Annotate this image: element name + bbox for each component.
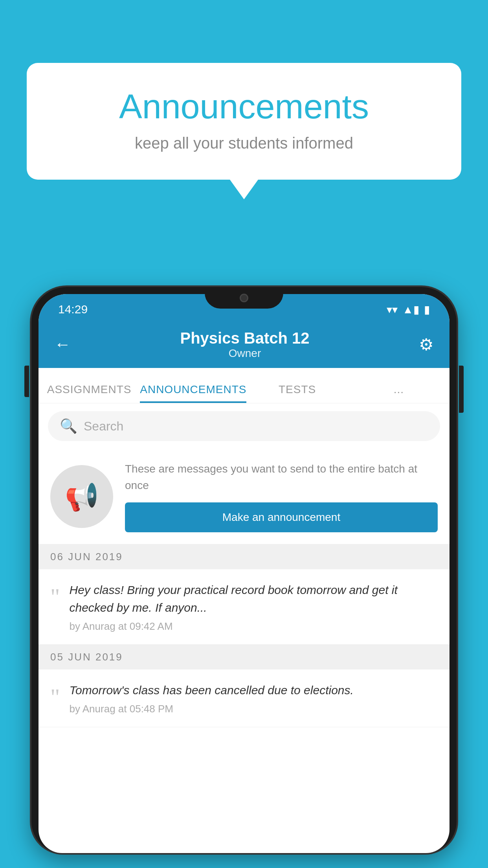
announcement-meta-2: by Anurag at 05:48 PM — [70, 703, 438, 715]
search-icon: 🔍 — [60, 418, 77, 434]
quote-icon-2: " — [50, 685, 60, 709]
speech-bubble-card: Announcements keep all your students inf… — [27, 63, 461, 180]
speech-bubble-section: Announcements keep all your students inf… — [27, 63, 461, 199]
wifi-icon: ▾▾ — [387, 303, 398, 316]
tab-announcements[interactable]: ANNOUNCEMENTS — [140, 383, 246, 403]
signal-icon: ▲▮ — [402, 303, 419, 316]
announcement-text-2: Tomorrow's class has been cancelled due … — [70, 681, 438, 699]
promo-card: 📢 These are messages you want to send to… — [39, 449, 449, 544]
announcement-content-1: Hey class! Bring your practical record b… — [70, 581, 438, 633]
promo-icon-circle: 📢 — [50, 465, 113, 528]
announcement-text-1: Hey class! Bring your practical record b… — [70, 581, 438, 616]
date-separator-2: 05 JUN 2019 — [39, 645, 449, 669]
search-bar[interactable]: 🔍 Search — [48, 411, 440, 441]
speech-bubble-title: Announcements — [58, 86, 430, 127]
battery-icon: ▮ — [424, 303, 430, 316]
phone-outer: 14:29 ▾▾ ▲▮ ▮ ← Physics Batch 12 Owner ⚙… — [31, 287, 457, 853]
header-subtitle: Owner — [71, 347, 419, 360]
phone-screen: 14:29 ▾▾ ▲▮ ▮ ← Physics Batch 12 Owner ⚙… — [39, 294, 449, 853]
date-separator-1: 06 JUN 2019 — [39, 544, 449, 569]
tab-tests[interactable]: TESTS — [246, 383, 348, 403]
announcement-content-2: Tomorrow's class has been cancelled due … — [70, 681, 438, 715]
announcement-meta-1: by Anurag at 09:42 AM — [70, 620, 438, 633]
promo-description: These are messages you want to send to t… — [125, 461, 438, 494]
tab-assignments[interactable]: ASSIGNMENTS — [39, 383, 140, 403]
header-title: Physics Batch 12 — [71, 329, 419, 347]
tabs-bar: ASSIGNMENTS ANNOUNCEMENTS TESTS ... — [39, 368, 449, 403]
tab-more[interactable]: ... — [348, 383, 449, 403]
status-icons: ▾▾ ▲▮ ▮ — [387, 303, 430, 316]
header-center: Physics Batch 12 Owner — [71, 329, 419, 360]
announcement-item-1: " Hey class! Bring your practical record… — [39, 569, 449, 645]
speech-bubble-subtitle: keep all your students informed — [58, 134, 430, 152]
make-announcement-button[interactable]: Make an announcement — [125, 502, 438, 532]
status-time: 14:29 — [58, 303, 88, 316]
settings-icon[interactable]: ⚙ — [419, 335, 434, 354]
megaphone-icon: 📢 — [65, 480, 99, 513]
quote-icon-1: " — [50, 585, 60, 609]
back-button[interactable]: ← — [54, 335, 71, 354]
speech-bubble-arrow — [230, 180, 258, 199]
search-placeholder: Search — [84, 419, 123, 434]
app-header: ← Physics Batch 12 Owner ⚙ — [39, 321, 449, 368]
promo-content: These are messages you want to send to t… — [125, 461, 438, 532]
announcement-item-2: " Tomorrow's class has been cancelled du… — [39, 669, 449, 727]
notch-camera — [240, 294, 248, 302]
phone-notch — [205, 287, 283, 309]
phone-mockup: 14:29 ▾▾ ▲▮ ▮ ← Physics Batch 12 Owner ⚙… — [31, 287, 457, 868]
